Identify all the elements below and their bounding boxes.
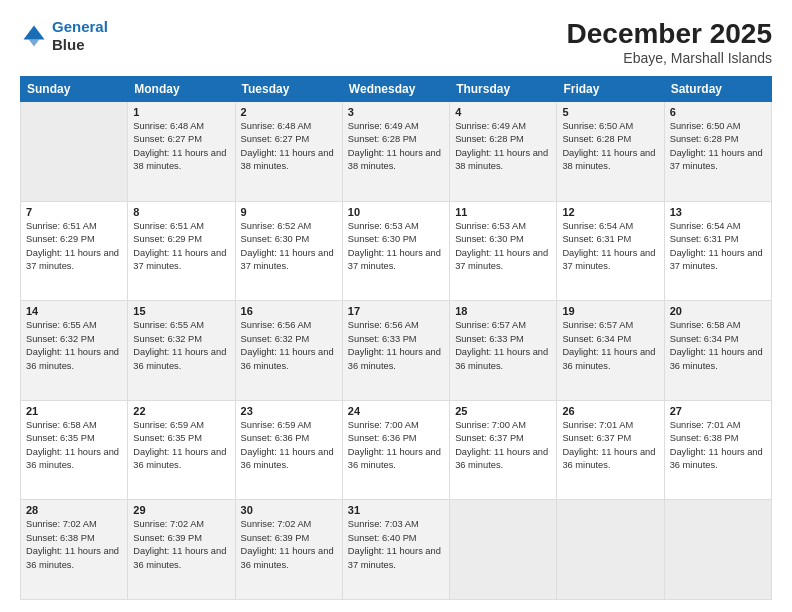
day-number: 26 [562, 405, 658, 417]
calendar-cell: 6Sunrise: 6:50 AMSunset: 6:28 PMDaylight… [664, 102, 771, 202]
logo: General Blue [20, 18, 108, 54]
day-info: Sunrise: 6:56 AMSunset: 6:33 PMDaylight:… [348, 319, 444, 373]
weekday-header: Monday [128, 77, 235, 102]
calendar-cell: 27Sunrise: 7:01 AMSunset: 6:38 PMDayligh… [664, 400, 771, 500]
day-info: Sunrise: 7:01 AMSunset: 6:37 PMDaylight:… [562, 419, 658, 473]
day-info: Sunrise: 6:50 AMSunset: 6:28 PMDaylight:… [562, 120, 658, 174]
day-number: 7 [26, 206, 122, 218]
day-number: 23 [241, 405, 337, 417]
logo-icon [20, 22, 48, 50]
calendar-cell: 15Sunrise: 6:55 AMSunset: 6:32 PMDayligh… [128, 301, 235, 401]
page: General Blue December 2025 Ebaye, Marsha… [0, 0, 792, 612]
day-info: Sunrise: 6:50 AMSunset: 6:28 PMDaylight:… [670, 120, 766, 174]
calendar-cell: 25Sunrise: 7:00 AMSunset: 6:37 PMDayligh… [450, 400, 557, 500]
calendar-cell [664, 500, 771, 600]
day-number: 17 [348, 305, 444, 317]
logo-line1: General [52, 18, 108, 35]
calendar-cell: 8Sunrise: 6:51 AMSunset: 6:29 PMDaylight… [128, 201, 235, 301]
calendar-table: SundayMondayTuesdayWednesdayThursdayFrid… [20, 76, 772, 600]
day-info: Sunrise: 6:53 AMSunset: 6:30 PMDaylight:… [455, 220, 551, 274]
calendar-week-row: 7Sunrise: 6:51 AMSunset: 6:29 PMDaylight… [21, 201, 772, 301]
day-info: Sunrise: 7:00 AMSunset: 6:37 PMDaylight:… [455, 419, 551, 473]
day-info: Sunrise: 6:58 AMSunset: 6:35 PMDaylight:… [26, 419, 122, 473]
day-number: 6 [670, 106, 766, 118]
calendar-cell: 14Sunrise: 6:55 AMSunset: 6:32 PMDayligh… [21, 301, 128, 401]
day-number: 13 [670, 206, 766, 218]
day-info: Sunrise: 7:02 AMSunset: 6:38 PMDaylight:… [26, 518, 122, 572]
day-number: 22 [133, 405, 229, 417]
day-info: Sunrise: 6:59 AMSunset: 6:36 PMDaylight:… [241, 419, 337, 473]
calendar-cell: 31Sunrise: 7:03 AMSunset: 6:40 PMDayligh… [342, 500, 449, 600]
calendar-cell: 5Sunrise: 6:50 AMSunset: 6:28 PMDaylight… [557, 102, 664, 202]
calendar-cell: 19Sunrise: 6:57 AMSunset: 6:34 PMDayligh… [557, 301, 664, 401]
day-number: 29 [133, 504, 229, 516]
calendar-cell: 9Sunrise: 6:52 AMSunset: 6:30 PMDaylight… [235, 201, 342, 301]
day-info: Sunrise: 7:02 AMSunset: 6:39 PMDaylight:… [133, 518, 229, 572]
weekday-header: Sunday [21, 77, 128, 102]
title-block: December 2025 Ebaye, Marshall Islands [567, 18, 772, 66]
day-info: Sunrise: 6:58 AMSunset: 6:34 PMDaylight:… [670, 319, 766, 373]
logo-line2: Blue [52, 36, 108, 54]
calendar-week-row: 1Sunrise: 6:48 AMSunset: 6:27 PMDaylight… [21, 102, 772, 202]
calendar-cell: 17Sunrise: 6:56 AMSunset: 6:33 PMDayligh… [342, 301, 449, 401]
day-number: 2 [241, 106, 337, 118]
calendar-cell: 26Sunrise: 7:01 AMSunset: 6:37 PMDayligh… [557, 400, 664, 500]
weekday-header: Tuesday [235, 77, 342, 102]
day-number: 5 [562, 106, 658, 118]
day-info: Sunrise: 6:54 AMSunset: 6:31 PMDaylight:… [562, 220, 658, 274]
calendar-cell: 10Sunrise: 6:53 AMSunset: 6:30 PMDayligh… [342, 201, 449, 301]
calendar-cell: 20Sunrise: 6:58 AMSunset: 6:34 PMDayligh… [664, 301, 771, 401]
month-title: December 2025 [567, 18, 772, 50]
day-info: Sunrise: 6:57 AMSunset: 6:34 PMDaylight:… [562, 319, 658, 373]
day-number: 21 [26, 405, 122, 417]
day-number: 28 [26, 504, 122, 516]
calendar-cell: 29Sunrise: 7:02 AMSunset: 6:39 PMDayligh… [128, 500, 235, 600]
day-number: 14 [26, 305, 122, 317]
day-number: 1 [133, 106, 229, 118]
calendar-cell: 1Sunrise: 6:48 AMSunset: 6:27 PMDaylight… [128, 102, 235, 202]
location: Ebaye, Marshall Islands [567, 50, 772, 66]
calendar-cell [557, 500, 664, 600]
day-number: 20 [670, 305, 766, 317]
day-info: Sunrise: 6:49 AMSunset: 6:28 PMDaylight:… [455, 120, 551, 174]
day-info: Sunrise: 6:51 AMSunset: 6:29 PMDaylight:… [26, 220, 122, 274]
day-number: 9 [241, 206, 337, 218]
calendar-header-row: SundayMondayTuesdayWednesdayThursdayFrid… [21, 77, 772, 102]
day-number: 31 [348, 504, 444, 516]
day-number: 16 [241, 305, 337, 317]
calendar-cell: 13Sunrise: 6:54 AMSunset: 6:31 PMDayligh… [664, 201, 771, 301]
day-info: Sunrise: 7:01 AMSunset: 6:38 PMDaylight:… [670, 419, 766, 473]
calendar-cell: 24Sunrise: 7:00 AMSunset: 6:36 PMDayligh… [342, 400, 449, 500]
day-number: 24 [348, 405, 444, 417]
calendar-cell [450, 500, 557, 600]
calendar-cell: 16Sunrise: 6:56 AMSunset: 6:32 PMDayligh… [235, 301, 342, 401]
calendar-cell: 22Sunrise: 6:59 AMSunset: 6:35 PMDayligh… [128, 400, 235, 500]
day-number: 3 [348, 106, 444, 118]
day-info: Sunrise: 6:54 AMSunset: 6:31 PMDaylight:… [670, 220, 766, 274]
calendar-cell: 11Sunrise: 6:53 AMSunset: 6:30 PMDayligh… [450, 201, 557, 301]
logo-text: General Blue [52, 18, 108, 54]
calendar-cell: 23Sunrise: 6:59 AMSunset: 6:36 PMDayligh… [235, 400, 342, 500]
calendar-week-row: 28Sunrise: 7:02 AMSunset: 6:38 PMDayligh… [21, 500, 772, 600]
calendar-cell: 18Sunrise: 6:57 AMSunset: 6:33 PMDayligh… [450, 301, 557, 401]
day-info: Sunrise: 7:03 AMSunset: 6:40 PMDaylight:… [348, 518, 444, 572]
calendar-cell: 21Sunrise: 6:58 AMSunset: 6:35 PMDayligh… [21, 400, 128, 500]
day-info: Sunrise: 6:52 AMSunset: 6:30 PMDaylight:… [241, 220, 337, 274]
day-number: 10 [348, 206, 444, 218]
weekday-header: Thursday [450, 77, 557, 102]
day-number: 11 [455, 206, 551, 218]
day-info: Sunrise: 7:02 AMSunset: 6:39 PMDaylight:… [241, 518, 337, 572]
day-number: 8 [133, 206, 229, 218]
weekday-header: Friday [557, 77, 664, 102]
calendar-cell: 28Sunrise: 7:02 AMSunset: 6:38 PMDayligh… [21, 500, 128, 600]
day-number: 4 [455, 106, 551, 118]
calendar-cell: 30Sunrise: 7:02 AMSunset: 6:39 PMDayligh… [235, 500, 342, 600]
day-info: Sunrise: 6:59 AMSunset: 6:35 PMDaylight:… [133, 419, 229, 473]
day-number: 18 [455, 305, 551, 317]
calendar-cell: 4Sunrise: 6:49 AMSunset: 6:28 PMDaylight… [450, 102, 557, 202]
calendar-cell [21, 102, 128, 202]
day-number: 25 [455, 405, 551, 417]
day-number: 30 [241, 504, 337, 516]
day-info: Sunrise: 6:48 AMSunset: 6:27 PMDaylight:… [133, 120, 229, 174]
weekday-header: Saturday [664, 77, 771, 102]
